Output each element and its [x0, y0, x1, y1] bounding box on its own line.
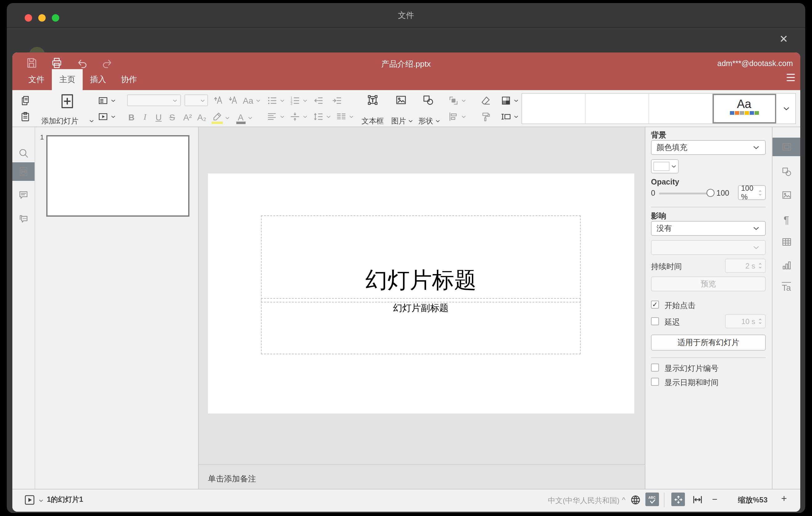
tab-home[interactable]: 主页 — [52, 69, 83, 90]
preview-button[interactable]: 预览 — [651, 277, 766, 291]
color-scheme-chevron-icon[interactable] — [513, 98, 519, 104]
font-color-button[interactable]: A — [236, 112, 245, 122]
notes-area[interactable]: 单击添加备注 — [199, 464, 645, 489]
change-case-icon[interactable]: Aa — [241, 96, 255, 106]
add-slide-chevron-icon[interactable] — [89, 118, 94, 124]
arrange-shape-chevron-icon[interactable] — [461, 98, 466, 104]
textbox-icon[interactable] — [367, 94, 379, 106]
highlight-color-icon[interactable] — [212, 111, 223, 122]
opacity-slider-thumb[interactable] — [706, 189, 715, 197]
theme-item-selected[interactable]: Aa — [713, 94, 776, 123]
increase-indent-icon[interactable] — [331, 95, 343, 106]
fit-slide-button[interactable] — [671, 492, 685, 506]
arrange-shape-icon[interactable] — [448, 95, 459, 106]
hamburger-menu-icon[interactable] — [785, 72, 796, 81]
close-icon[interactable]: ✕ — [779, 34, 788, 45]
tab-file[interactable]: 文件 — [21, 69, 52, 90]
delay-checkbox[interactable] — [651, 317, 659, 325]
sidebar-item-chat[interactable] — [12, 210, 34, 228]
copy-icon[interactable] — [20, 95, 31, 106]
effect-select[interactable]: 没有 — [651, 221, 766, 236]
highlight-chevron-icon[interactable] — [225, 115, 230, 121]
line-spacing-icon[interactable] — [313, 111, 324, 122]
align-shape-chevron-icon[interactable] — [461, 114, 466, 120]
columns-chevron-icon[interactable] — [349, 114, 354, 120]
sidebar-item-table-settings[interactable] — [773, 233, 800, 251]
font-color-chevron-icon[interactable] — [248, 115, 253, 121]
line-spacing-chevron-icon[interactable] — [326, 114, 331, 120]
sidebar-item-paragraph-settings[interactable]: ¶ — [773, 211, 800, 230]
sidebar-item-slides[interactable] — [12, 162, 34, 181]
change-case-chevron-icon[interactable] — [256, 98, 261, 104]
duration-spinner[interactable]: 2 s — [725, 259, 766, 273]
background-fill-select[interactable]: 颜色填充 — [651, 140, 766, 155]
sidebar-item-search[interactable] — [12, 144, 34, 162]
start-slideshow-chevron-icon[interactable] — [111, 114, 116, 120]
add-slide-label[interactable]: 添加幻灯片 — [41, 116, 78, 126]
shape-chevron-icon[interactable] — [435, 118, 440, 124]
copy-style-icon[interactable] — [480, 111, 491, 122]
numbered-list-icon[interactable]: 123 — [289, 95, 300, 106]
image-icon[interactable] — [395, 94, 407, 106]
strikethrough-button[interactable]: S — [168, 112, 176, 122]
save-icon[interactable] — [25, 57, 38, 69]
redo-icon[interactable] — [101, 57, 114, 69]
start-slideshow-icon[interactable] — [97, 111, 109, 122]
columns-icon[interactable] — [336, 111, 347, 122]
delay-spinner[interactable]: 10 s — [725, 314, 766, 328]
background-color-swatch[interactable] — [651, 159, 679, 173]
sidebar-item-textart-settings[interactable]: Ta — [773, 278, 800, 297]
theme-gallery-expand[interactable] — [776, 94, 796, 123]
horizontal-align-chevron-icon[interactable] — [280, 114, 285, 120]
subscript-button[interactable]: A₂ — [196, 112, 207, 122]
subtitle-placeholder[interactable]: 幻灯片副标题 — [261, 298, 581, 354]
apply-all-button[interactable]: 适用于所有幻灯片 — [651, 335, 766, 351]
shape-label[interactable]: 形状 — [418, 116, 433, 126]
slide-thumbnail[interactable] — [46, 135, 190, 217]
fit-width-icon[interactable] — [692, 494, 703, 506]
slide-layout-icon[interactable] — [97, 95, 109, 106]
undo-icon[interactable] — [76, 57, 88, 69]
horizontal-align-icon[interactable] — [266, 111, 278, 122]
show-date-checkbox[interactable] — [651, 378, 659, 386]
decrease-font-icon[interactable] — [228, 94, 239, 106]
increase-font-icon[interactable] — [213, 94, 224, 106]
tab-insert[interactable]: 插入 — [83, 69, 114, 90]
slide-size-chevron-icon[interactable] — [513, 114, 519, 120]
sidebar-item-chart-settings[interactable] — [773, 256, 800, 275]
print-icon[interactable] — [51, 57, 63, 69]
zoom-in-button[interactable]: + — [781, 493, 787, 504]
bullet-list-chevron-icon[interactable] — [280, 98, 285, 104]
image-label[interactable]: 图片 — [391, 116, 406, 126]
opacity-spinner[interactable]: 100 % — [738, 185, 766, 200]
sidebar-item-slide-settings[interactable] — [773, 138, 800, 156]
theme-item[interactable] — [649, 94, 713, 123]
font-name-select[interactable] — [127, 94, 181, 106]
shape-icon[interactable] — [422, 94, 434, 106]
show-slide-number-checkbox[interactable] — [651, 364, 659, 372]
title-placeholder[interactable]: 幻灯片标题 — [261, 216, 581, 303]
color-scheme-icon[interactable] — [500, 95, 512, 106]
language-label[interactable]: 中文(中华人民共和国) — [543, 496, 619, 506]
effect-type-select[interactable] — [651, 240, 766, 255]
theme-item[interactable] — [585, 94, 649, 123]
globe-icon[interactable] — [629, 494, 642, 506]
align-shape-icon[interactable] — [448, 111, 459, 122]
font-size-select[interactable] — [184, 94, 208, 106]
sidebar-item-shape-settings[interactable] — [773, 162, 800, 181]
slide-size-icon[interactable] — [500, 111, 512, 122]
sidebar-item-image-settings[interactable] — [773, 186, 800, 204]
vertical-align-icon[interactable] — [289, 111, 300, 122]
tab-collaboration[interactable]: 协作 — [114, 69, 144, 90]
add-slide-icon[interactable] — [59, 93, 75, 110]
italic-button[interactable]: I — [141, 112, 149, 122]
decrease-indent-icon[interactable] — [313, 95, 324, 106]
sidebar-item-comments[interactable] — [12, 186, 34, 204]
bullet-list-icon[interactable] — [266, 95, 278, 106]
slide-canvas[interactable]: 幻灯片标题 幻灯片副标题 单击添加备注 — [199, 127, 645, 489]
superscript-button[interactable]: A² — [182, 112, 193, 122]
textbox-label[interactable]: 文本框 — [361, 116, 384, 126]
opacity-slider-track[interactable] — [659, 193, 711, 194]
eraser-icon[interactable] — [480, 95, 491, 106]
bold-button[interactable]: B — [127, 112, 136, 122]
